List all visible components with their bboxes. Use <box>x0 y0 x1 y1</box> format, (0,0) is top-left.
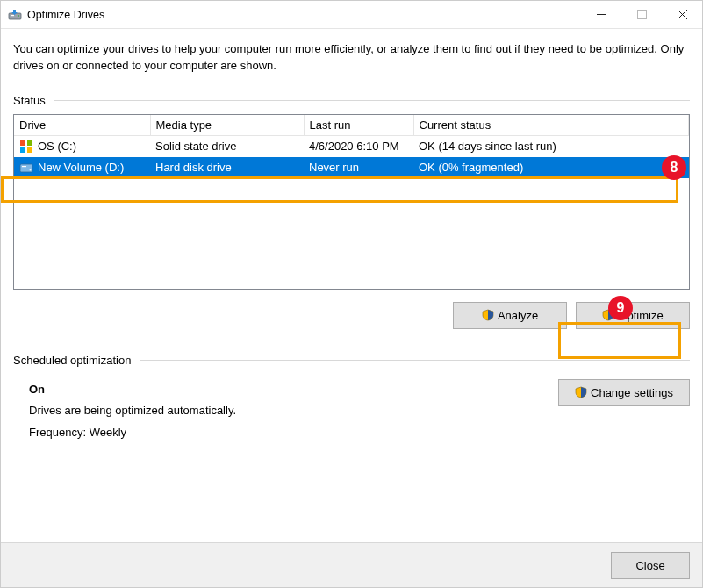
drive-status: OK (0% fragmented) <box>413 157 689 178</box>
shield-icon <box>575 386 587 398</box>
svg-point-2 <box>18 15 19 17</box>
svg-rect-5 <box>27 140 32 146</box>
svg-rect-6 <box>20 147 25 153</box>
svg-rect-7 <box>27 147 32 153</box>
minimize-button[interactable] <box>581 1 621 28</box>
drive-lastrun: Never run <box>304 157 413 178</box>
drive-row-os-c[interactable]: OS (C:) Solid state drive 4/6/2020 6:10 … <box>14 135 689 157</box>
table-header-row[interactable]: Drive Media type Last run Current status <box>14 115 689 136</box>
app-icon <box>8 8 22 22</box>
shield-icon <box>482 309 494 321</box>
col-lastrun[interactable]: Last run <box>304 115 413 136</box>
svg-rect-4 <box>20 140 25 146</box>
schedule-section-header: Scheduled optimization <box>13 354 690 367</box>
drive-media: Solid state drive <box>150 135 304 157</box>
analyze-button[interactable]: Analyze <box>453 302 567 329</box>
analyze-label: Analyze <box>498 309 538 322</box>
bottom-bar: Close <box>1 542 702 587</box>
svg-rect-8 <box>20 164 32 172</box>
schedule-desc: Drives are being optimized automatically… <box>29 400 542 422</box>
change-settings-button[interactable]: Change settings <box>558 379 690 406</box>
status-label: Status <box>13 94 46 107</box>
windows-drive-icon <box>19 140 33 154</box>
schedule-label: Scheduled optimization <box>13 354 131 367</box>
schedule-frequency: Frequency: Weekly <box>29 422 542 444</box>
drive-list[interactable]: Drive Media type Last run Current status <box>13 114 690 290</box>
shield-icon <box>602 309 614 321</box>
intro-text: You can optimize your drives to help you… <box>13 41 690 75</box>
optimize-drives-window: Optimize Drives You can optimize your dr… <box>0 0 703 588</box>
drive-name-text: OS (C:) <box>38 140 76 153</box>
close-label: Close <box>635 559 664 572</box>
svg-point-10 <box>30 169 32 170</box>
svg-rect-3 <box>637 11 646 19</box>
svg-rect-1 <box>11 15 14 16</box>
maximize-button <box>621 1 662 28</box>
optimize-label: Optimize <box>618 309 663 322</box>
divider <box>54 100 690 101</box>
change-settings-label: Change settings <box>591 386 673 399</box>
drive-media: Hard disk drive <box>150 157 304 178</box>
close-window-button[interactable] <box>662 1 702 28</box>
drive-name-text: New Volume (D:) <box>38 161 124 174</box>
col-media[interactable]: Media type <box>150 115 304 136</box>
drive-row-new-volume-d[interactable]: New Volume (D:) Hard disk drive Never ru… <box>14 157 689 178</box>
optimize-button[interactable]: Optimize <box>576 302 690 329</box>
drive-lastrun: 4/6/2020 6:10 PM <box>304 135 413 157</box>
status-section-header: Status <box>13 94 690 107</box>
drive-status: OK (14 days since last run) <box>413 135 689 157</box>
titlebar[interactable]: Optimize Drives <box>1 1 702 28</box>
window-body: You can optimize your drives to help you… <box>1 29 702 542</box>
col-status[interactable]: Current status <box>413 115 689 136</box>
divider <box>140 360 690 361</box>
close-button[interactable]: Close <box>611 552 690 579</box>
window-title: Optimize Drives <box>27 9 104 21</box>
hard-disk-icon <box>19 161 33 175</box>
schedule-state: On <box>29 379 542 401</box>
col-drive[interactable]: Drive <box>14 115 150 136</box>
svg-rect-9 <box>22 166 26 167</box>
